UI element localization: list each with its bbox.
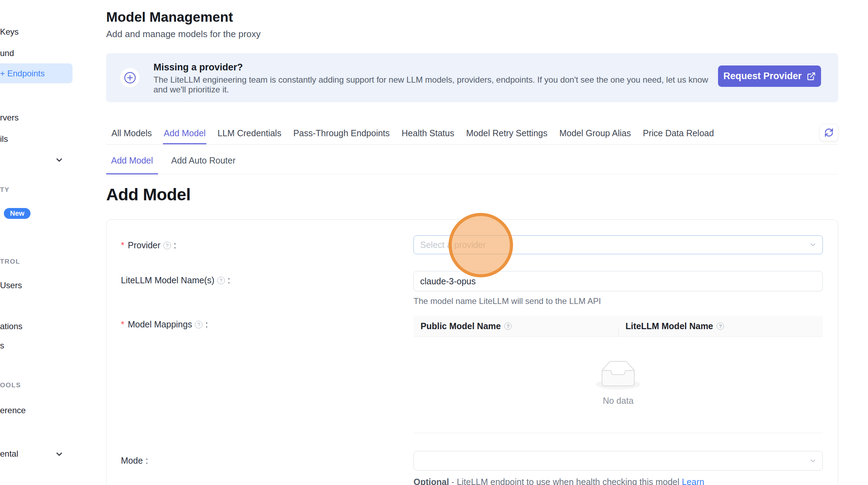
tab-llm-credentials[interactable]: LLM Credentials bbox=[217, 126, 282, 144]
column-litellm-model-name: LiteLLM Model Name ? bbox=[618, 321, 724, 331]
litellm-model-name-input[interactable] bbox=[414, 271, 823, 291]
tab-add-model[interactable]: Add Model bbox=[163, 126, 206, 144]
refresh-icon bbox=[824, 128, 834, 137]
subtab-add-model[interactable]: Add Model bbox=[106, 151, 158, 174]
mode-label-text: Mode bbox=[121, 456, 143, 466]
chevron-down-icon bbox=[809, 241, 817, 249]
sidebar-item-models-endpoints[interactable]: + Endpoints bbox=[0, 63, 73, 83]
provider-select-placeholder: Select a provider bbox=[414, 240, 486, 250]
provider-label-text: Provider bbox=[128, 240, 160, 250]
model-name-help-text: The model name LiteLLM will send to the … bbox=[414, 296, 601, 306]
provider-select[interactable]: Select a provider bbox=[414, 235, 823, 254]
banner-body: The LiteLLM engineering team is constant… bbox=[153, 75, 723, 95]
add-model-subtabs: Add Model Add Auto Router bbox=[106, 151, 838, 174]
mode-help-prefix: Optional bbox=[414, 477, 449, 485]
colon: : bbox=[174, 240, 176, 250]
chevron-down-icon[interactable] bbox=[55, 450, 64, 459]
litellm-model-name-label-text: LiteLLM Model Name(s) bbox=[121, 275, 214, 285]
column-public-model-name: Public Model Name ? bbox=[414, 321, 618, 331]
learn-more-link[interactable]: Learn bbox=[682, 477, 704, 485]
mode-help-body: - LiteLLM endpoint to use when health ch… bbox=[449, 477, 682, 485]
empty-inbox-icon bbox=[596, 361, 641, 389]
model-mappings-table-header: Public Model Name ? LiteLLM Model Name ? bbox=[414, 316, 823, 337]
sidebar-item-servers[interactable]: rvers bbox=[0, 113, 19, 123]
sidebar-item-playground[interactable]: und bbox=[0, 48, 14, 58]
model-tabs: All Models Add Model LLM Credentials Pas… bbox=[106, 126, 838, 145]
sidebar-section-label: OOLS bbox=[0, 381, 21, 389]
sidebar-section-label: TY bbox=[0, 186, 9, 194]
no-data-text: No data bbox=[603, 396, 634, 406]
tab-model-group-alias[interactable]: Model Group Alias bbox=[559, 126, 631, 144]
mode-help-text: Optional - LiteLLM endpoint to use when … bbox=[414, 477, 704, 485]
mode-select[interactable] bbox=[414, 451, 823, 471]
colon: : bbox=[205, 319, 208, 330]
tab-model-retry-settings[interactable]: Model Retry Settings bbox=[465, 126, 548, 144]
page-subtitle: Add and manage models for the proxy bbox=[106, 29, 261, 40]
sidebar-item-teams[interactable]: s bbox=[0, 341, 4, 351]
help-icon[interactable]: ? bbox=[195, 321, 203, 328]
request-provider-button[interactable]: Request Provider bbox=[718, 65, 821, 87]
banner-title: Missing a provider? bbox=[153, 62, 243, 73]
plus-circle-icon bbox=[120, 68, 139, 87]
missing-provider-banner: Missing a provider? The LiteLLM engineer… bbox=[106, 53, 838, 102]
sidebar-section-label: TROL bbox=[0, 258, 20, 265]
provider-label: * Provider ? : bbox=[121, 240, 176, 250]
column-label: LiteLLM Model Name bbox=[626, 321, 713, 331]
tab-pass-through-endpoints[interactable]: Pass-Through Endpoints bbox=[293, 126, 390, 144]
required-mark: * bbox=[121, 240, 124, 250]
new-badge: New bbox=[4, 208, 30, 219]
column-label: Public Model Name bbox=[421, 321, 501, 331]
sidebar-item-label: + Endpoints bbox=[0, 69, 45, 78]
sidebar-item-reference[interactable]: erence bbox=[0, 406, 26, 415]
required-mark: * bbox=[121, 319, 124, 330]
colon: : bbox=[146, 456, 148, 466]
sidebar-item-organizations[interactable]: ations bbox=[0, 321, 22, 331]
request-provider-label: Request Provider bbox=[723, 71, 802, 82]
add-model-heading: Add Model bbox=[106, 185, 191, 204]
mode-label: Mode : bbox=[121, 456, 148, 466]
tab-price-data-reload[interactable]: Price Data Reload bbox=[642, 126, 715, 144]
help-icon[interactable]: ? bbox=[217, 277, 225, 284]
model-mappings-label-text: Model Mappings bbox=[128, 319, 192, 330]
help-icon[interactable]: ? bbox=[163, 242, 171, 249]
help-icon[interactable]: ? bbox=[504, 323, 512, 330]
sidebar-item-users[interactable]: Users bbox=[0, 280, 22, 290]
chevron-down-icon bbox=[809, 457, 817, 465]
sidebar-item-guardrails[interactable]: ils bbox=[0, 134, 8, 144]
external-link-icon bbox=[807, 72, 816, 81]
model-mappings-label: * Model Mappings ? : bbox=[121, 319, 208, 330]
refresh-button[interactable] bbox=[820, 124, 838, 141]
sidebar-item-keys[interactable]: Keys bbox=[0, 27, 19, 37]
colon: : bbox=[228, 275, 230, 285]
sidebar-item-experimental[interactable]: ental bbox=[0, 449, 18, 459]
tab-health-status[interactable]: Health Status bbox=[401, 126, 455, 144]
chevron-down-icon[interactable] bbox=[55, 155, 64, 165]
model-mappings-table-body: No data bbox=[414, 337, 823, 433]
page-title: Model Management bbox=[106, 9, 233, 25]
subtab-add-auto-router[interactable]: Add Auto Router bbox=[166, 151, 240, 174]
help-icon[interactable]: ? bbox=[717, 323, 724, 330]
tab-all-models[interactable]: All Models bbox=[111, 126, 152, 144]
litellm-model-name-label: LiteLLM Model Name(s) ? : bbox=[121, 275, 230, 285]
